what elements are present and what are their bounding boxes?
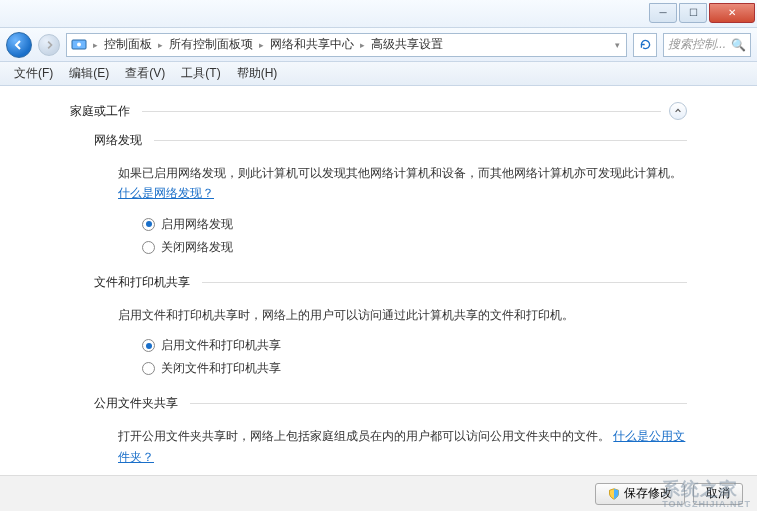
svg-point-1 xyxy=(77,42,81,46)
breadcrumb-separator: ▸ xyxy=(91,40,100,50)
chevron-up-icon xyxy=(674,107,682,115)
breadcrumb-item[interactable]: 网络和共享中心 xyxy=(266,36,358,53)
address-bar[interactable]: ▸ 控制面板 ▸ 所有控制面板项 ▸ 网络和共享中心 ▸ 高级共享设置 ▾ xyxy=(66,33,627,57)
section-description: 打开公用文件夹共享时，网络上包括家庭组成员在内的用户都可以访问公用文件夹中的文件… xyxy=(118,426,687,467)
divider xyxy=(142,111,661,112)
close-button[interactable]: ✕ xyxy=(709,3,755,23)
footer-bar: 保存修改 取消 xyxy=(0,475,757,511)
search-placeholder: 搜索控制... xyxy=(668,36,726,53)
maximize-button[interactable]: ☐ xyxy=(679,3,707,23)
radio-group-network-discovery: 启用网络发现 关闭网络发现 xyxy=(142,216,687,256)
search-input[interactable]: 搜索控制... 🔍 xyxy=(663,33,751,57)
radio-icon xyxy=(142,218,155,231)
window-titlebar: ─ ☐ ✕ xyxy=(0,0,757,28)
search-icon: 🔍 xyxy=(731,38,746,52)
radio-option-disable-file-printer-sharing[interactable]: 关闭文件和打印机共享 xyxy=(142,360,687,377)
menu-help[interactable]: 帮助(H) xyxy=(229,63,286,84)
radio-label: 关闭文件和打印机共享 xyxy=(161,360,281,377)
breadcrumb-item[interactable]: 所有控制面板项 xyxy=(165,36,257,53)
section-description: 如果已启用网络发现，则此计算机可以发现其他网络计算机和设备，而其他网络计算机亦可… xyxy=(118,163,687,204)
radio-label: 启用文件和打印机共享 xyxy=(161,337,281,354)
section-public-folder-sharing: 公用文件夹共享 打开公用文件夹共享时，网络上包括家庭组成员在内的用户都可以访问公… xyxy=(94,395,687,475)
divider xyxy=(154,140,687,141)
nav-bar: ▸ 控制面板 ▸ 所有控制面板项 ▸ 网络和共享中心 ▸ 高级共享设置 ▾ 搜索… xyxy=(0,28,757,62)
arrow-right-icon xyxy=(44,40,54,50)
back-button[interactable] xyxy=(6,32,32,58)
menu-tools[interactable]: 工具(T) xyxy=(173,63,228,84)
section-description: 启用文件和打印机共享时，网络上的用户可以访问通过此计算机共享的文件和打印机。 xyxy=(118,305,687,325)
content-area: 家庭或工作 网络发现 如果已启用网络发现，则此计算机可以发现其他网络计算机和设备… xyxy=(10,86,747,475)
radio-option-enable-file-printer-sharing[interactable]: 启用文件和打印机共享 xyxy=(142,337,687,354)
section-network-discovery: 网络发现 如果已启用网络发现，则此计算机可以发现其他网络计算机和设备，而其他网络… xyxy=(94,132,687,256)
refresh-icon xyxy=(639,38,652,51)
whatis-network-discovery-link[interactable]: 什么是网络发现？ xyxy=(118,186,214,200)
save-button-label: 保存修改 xyxy=(624,485,672,502)
radio-icon xyxy=(142,241,155,254)
collapse-button[interactable] xyxy=(669,102,687,120)
section-title: 文件和打印机共享 xyxy=(94,274,190,291)
shield-icon xyxy=(608,488,620,500)
section-title: 网络发现 xyxy=(94,132,142,149)
section-title: 公用文件夹共享 xyxy=(94,395,178,412)
radio-label: 启用网络发现 xyxy=(161,216,233,233)
forward-button[interactable] xyxy=(38,34,60,56)
divider xyxy=(190,403,687,404)
save-changes-button[interactable]: 保存修改 xyxy=(595,483,685,505)
arrow-left-icon xyxy=(13,39,25,51)
control-panel-icon xyxy=(71,37,87,53)
menu-edit[interactable]: 编辑(E) xyxy=(61,63,117,84)
breadcrumb-item[interactable]: 高级共享设置 xyxy=(367,36,447,53)
radio-option-disable-network-discovery[interactable]: 关闭网络发现 xyxy=(142,239,687,256)
menu-bar: 文件(F) 编辑(E) 查看(V) 工具(T) 帮助(H) xyxy=(0,62,757,86)
window-controls: ─ ☐ ✕ xyxy=(649,3,755,23)
profile-header: 家庭或工作 xyxy=(70,102,687,120)
menu-file[interactable]: 文件(F) xyxy=(6,63,61,84)
breadcrumb-separator: ▸ xyxy=(156,40,165,50)
breadcrumb-separator: ▸ xyxy=(358,40,367,50)
divider xyxy=(202,282,687,283)
breadcrumb-item[interactable]: 控制面板 xyxy=(100,36,156,53)
radio-label: 关闭网络发现 xyxy=(161,239,233,256)
cancel-button[interactable]: 取消 xyxy=(693,483,743,505)
minimize-button[interactable]: ─ xyxy=(649,3,677,23)
radio-group-file-printer-sharing: 启用文件和打印机共享 关闭文件和打印机共享 xyxy=(142,337,687,377)
profile-title: 家庭或工作 xyxy=(70,103,130,120)
refresh-button[interactable] xyxy=(633,33,657,57)
section-file-printer-sharing: 文件和打印机共享 启用文件和打印机共享时，网络上的用户可以访问通过此计算机共享的… xyxy=(94,274,687,377)
radio-icon xyxy=(142,362,155,375)
radio-option-enable-network-discovery[interactable]: 启用网络发现 xyxy=(142,216,687,233)
menu-view[interactable]: 查看(V) xyxy=(117,63,173,84)
radio-icon xyxy=(142,339,155,352)
dropdown-icon[interactable]: ▾ xyxy=(613,40,622,50)
cancel-button-label: 取消 xyxy=(706,485,730,502)
breadcrumb-separator: ▸ xyxy=(257,40,266,50)
